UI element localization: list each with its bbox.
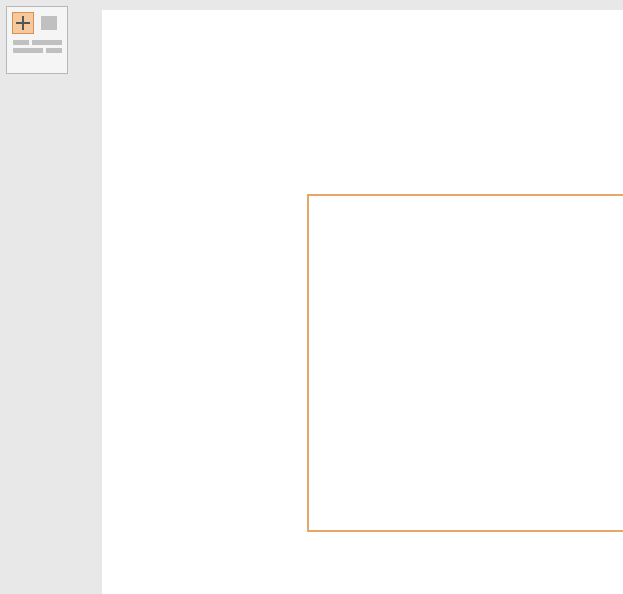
canvas-area[interactable] (102, 10, 623, 594)
selection-rectangle[interactable] (307, 194, 623, 532)
layout-tool-button[interactable] (12, 40, 62, 53)
tool-row-1 (12, 12, 62, 34)
layout-icon (13, 40, 62, 53)
add-tool-button[interactable] (12, 12, 34, 34)
square-icon (41, 16, 57, 30)
tool-panel (6, 6, 68, 74)
plus-icon (16, 16, 30, 30)
square-tool-button[interactable] (38, 12, 60, 34)
